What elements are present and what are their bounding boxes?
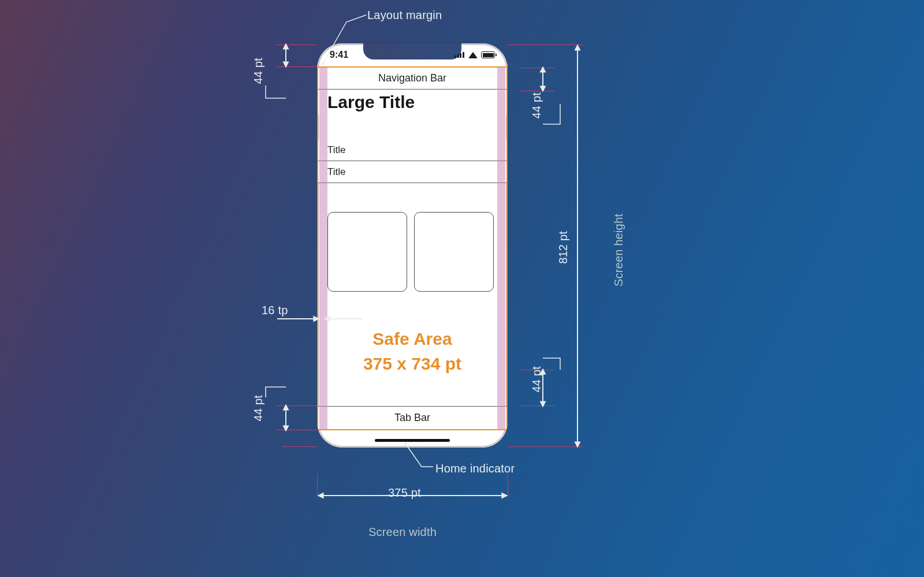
guide-tick	[520, 91, 554, 91]
table-row: Title	[318, 139, 506, 161]
label-screen-width: Screen width	[368, 526, 437, 539]
tabbar-title: Tab Bar	[394, 412, 430, 424]
collection-card	[414, 212, 494, 292]
guide-tick	[508, 474, 508, 497]
safe-area-outline: Navigation Bar Large Title TABLE VIEW Ti…	[317, 66, 508, 430]
tab-bar: Tab Bar	[318, 406, 506, 429]
guide-tick	[277, 405, 317, 406]
tableview-header: TABLE VIEW	[318, 115, 506, 139]
guide-tick	[317, 474, 318, 497]
large-title-bar: Large Title	[318, 90, 506, 115]
table-row: Title	[318, 161, 506, 183]
home-indicator	[375, 439, 450, 442]
label-screen-height: Screen height	[612, 214, 625, 286]
label-layout-margin: Layout margin	[367, 9, 442, 22]
layout-margin-left	[319, 68, 327, 429]
layout-margin-right	[497, 68, 505, 429]
label-44pt-bottom-right: 44 pt	[530, 366, 543, 392]
guide-tick	[508, 446, 583, 447]
label-44pt-top-right: 44 pt	[530, 92, 543, 118]
wifi-icon	[468, 52, 478, 58]
guide-tick	[520, 68, 554, 68]
label-16tp: 16 tp	[262, 304, 288, 317]
safe-area-dim: 375 x 734 pt	[363, 352, 461, 375]
guide-tick	[277, 430, 317, 430]
signal-icon	[454, 52, 465, 58]
collectionview-header: COLLECTION VIEW	[318, 183, 506, 207]
collection-view	[318, 207, 506, 296]
label-44pt-top-left: 44 pt	[252, 58, 265, 84]
status-icons	[454, 51, 495, 58]
guide-tick	[282, 446, 317, 447]
label-44pt-bottom-left: 44 pt	[252, 395, 265, 421]
collection-card	[327, 212, 407, 292]
phone-frame: 9:41 Navigation Bar Large Title TABLE VI…	[317, 43, 508, 448]
guide-tick	[508, 44, 583, 45]
battery-icon	[481, 51, 495, 58]
navbar-title: Navigation Bar	[378, 72, 446, 84]
status-time: 9:41	[330, 50, 348, 60]
safe-area-title: Safe Area	[372, 327, 452, 350]
guide-tick	[277, 66, 317, 67]
guide-tick	[277, 44, 317, 45]
safe-area-label: Safe Area 375 x 734 pt	[318, 296, 506, 406]
label-width-value: 375 pt	[388, 486, 421, 500]
large-title-text: Large Title	[327, 92, 415, 112]
status-bar: 9:41	[317, 43, 508, 66]
label-height-value: 812 pt	[557, 231, 570, 264]
navigation-bar: Navigation Bar	[318, 68, 506, 90]
guide-tick	[520, 405, 554, 406]
label-home-indicator: Home indicator	[435, 462, 515, 475]
